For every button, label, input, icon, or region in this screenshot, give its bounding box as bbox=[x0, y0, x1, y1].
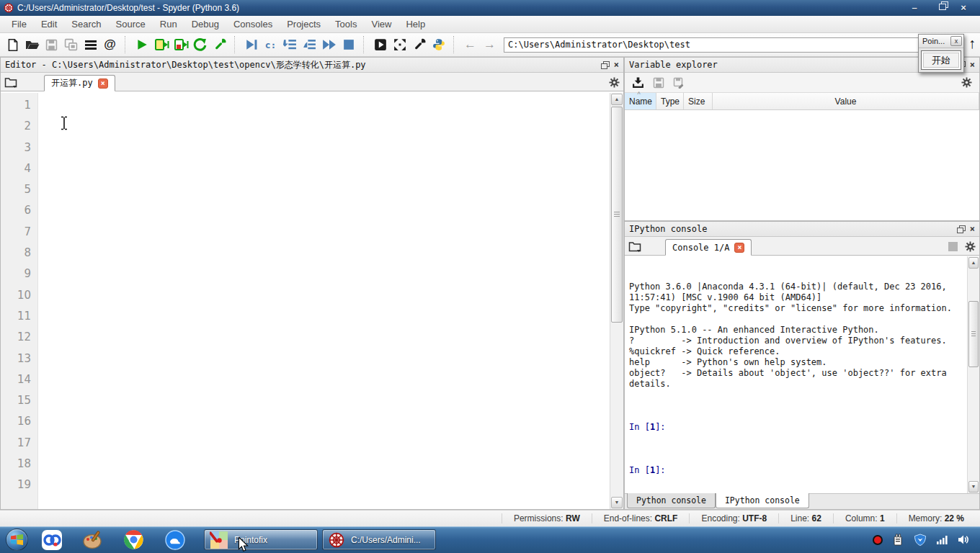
pinned-app-browser-q[interactable] bbox=[163, 528, 187, 552]
fullscreen-icon bbox=[393, 38, 406, 51]
browse-tabs-button[interactable] bbox=[1, 73, 21, 91]
menu-item[interactable]: View bbox=[364, 17, 398, 32]
undock-pane-icon[interactable] bbox=[601, 61, 609, 68]
column-header-size[interactable]: Size bbox=[684, 93, 713, 109]
column-header-type[interactable]: Type bbox=[656, 93, 684, 109]
menu-item[interactable]: Run bbox=[153, 17, 184, 32]
file-switcher-button[interactable] bbox=[81, 35, 100, 55]
tab-close-icon[interactable]: × bbox=[98, 78, 108, 89]
options-gear-icon[interactable] bbox=[961, 77, 972, 88]
menu-item[interactable]: Source bbox=[109, 17, 153, 32]
editor-vertical-scrollbar[interactable]: ▲ ▼ bbox=[610, 93, 623, 509]
title-bar[interactable]: C:/Users/Administrator/Desktop/test - Sp… bbox=[0, 0, 980, 16]
run-configuration-button[interactable] bbox=[210, 35, 229, 55]
variable-table-body[interactable] bbox=[625, 130, 979, 220]
menu-item[interactable]: Consoles bbox=[226, 17, 280, 32]
tab-python-console[interactable]: Python console bbox=[627, 493, 716, 508]
symbol-finder-button[interactable]: @ bbox=[100, 35, 120, 55]
run-cell-button[interactable] bbox=[151, 35, 171, 55]
editor-code-area[interactable] bbox=[38, 93, 610, 509]
menu-item[interactable]: Debug bbox=[184, 17, 226, 32]
minimize-button[interactable]: – bbox=[907, 1, 922, 14]
menu-item[interactable]: Help bbox=[398, 17, 432, 32]
tab-ipython-console[interactable]: IPython console bbox=[716, 493, 809, 508]
menu-item[interactable]: Projects bbox=[280, 17, 328, 32]
save-file-button[interactable] bbox=[42, 35, 61, 55]
close-pane-icon[interactable]: × bbox=[970, 225, 975, 233]
import-data-icon[interactable] bbox=[632, 77, 644, 89]
save-data-as-icon[interactable] bbox=[673, 77, 685, 89]
pinned-app-netdisk[interactable] bbox=[40, 528, 63, 552]
menu-item[interactable]: Tools bbox=[328, 17, 364, 32]
menu-item[interactable]: Edit bbox=[34, 17, 64, 32]
browse-tabs-button[interactable] bbox=[625, 238, 645, 255]
menu-item[interactable]: Search bbox=[64, 17, 108, 32]
menu-bar: FileEditSearchSourceRunDebugConsolesProj… bbox=[0, 16, 980, 33]
working-directory-input[interactable]: C:\Users\Administrator\Desktop\test bbox=[504, 37, 951, 53]
new-file-button[interactable] bbox=[3, 35, 22, 55]
debug-file-button[interactable] bbox=[241, 35, 261, 55]
debug-run-line-button[interactable]: c: bbox=[261, 35, 280, 55]
restore-button[interactable] bbox=[932, 1, 946, 14]
debug-stop-button[interactable] bbox=[339, 35, 358, 55]
pointofix-title-bar[interactable]: Poin... x bbox=[919, 35, 963, 48]
taskbar-button-pointofix[interactable]: Pointofix bbox=[204, 529, 318, 550]
close-pane-icon[interactable]: × bbox=[970, 61, 975, 68]
console-vertical-scrollbar[interactable]: ▲ ▼ bbox=[967, 256, 979, 493]
pointofix-mini-window[interactable]: Poin... x 开始 bbox=[918, 34, 964, 73]
maximize-pane-button[interactable] bbox=[370, 35, 390, 55]
run-file-button[interactable] bbox=[132, 35, 151, 55]
fullscreen-button[interactable] bbox=[390, 35, 409, 55]
console-options-gear-icon[interactable] bbox=[965, 241, 976, 252]
network-signal-icon[interactable] bbox=[936, 535, 948, 545]
debug-step-into-button[interactable] bbox=[280, 35, 300, 55]
speaker-volume-icon[interactable] bbox=[958, 534, 970, 545]
interrupt-kernel-icon[interactable] bbox=[948, 242, 958, 251]
debug-step-return-button[interactable] bbox=[300, 35, 319, 55]
back-button[interactable]: ← bbox=[460, 35, 480, 55]
console-tab[interactable]: Console 1/A × bbox=[665, 239, 752, 256]
close-pane-icon[interactable]: × bbox=[614, 61, 619, 68]
open-file-button[interactable] bbox=[22, 35, 42, 55]
python-env-button[interactable] bbox=[429, 35, 448, 55]
editor-body[interactable]: 12345678910111213141516171819 ▲ ▼ bbox=[1, 93, 623, 509]
parent-directory-button[interactable]: ↑ bbox=[968, 35, 976, 52]
taskbar-button-spyder[interactable]: C:/Users/Admini... bbox=[322, 529, 436, 550]
editor-options-gear-icon[interactable] bbox=[609, 77, 620, 88]
scroll-up-button[interactable]: ▲ bbox=[968, 257, 979, 269]
debug-continue-button[interactable] bbox=[319, 35, 339, 55]
column-header-name[interactable]: ^ Name bbox=[625, 93, 656, 109]
recording-indicator-icon[interactable] bbox=[872, 534, 883, 546]
editor-file-tab[interactable]: 开运算.py × bbox=[44, 75, 115, 91]
sort-caret-icon: ^ bbox=[638, 91, 641, 98]
start-button[interactable] bbox=[6, 529, 28, 551]
save-all-button[interactable] bbox=[61, 35, 81, 55]
console-pane-header: IPython console × bbox=[625, 222, 979, 237]
pinned-app-chrome[interactable] bbox=[122, 528, 146, 552]
undock-pane-icon[interactable] bbox=[957, 225, 965, 233]
pointofix-start-button[interactable]: 开始 bbox=[921, 50, 961, 70]
forward-button[interactable]: → bbox=[480, 35, 499, 55]
scroll-down-button[interactable]: ▼ bbox=[968, 481, 979, 493]
run-cell-advance-button[interactable] bbox=[171, 35, 190, 55]
scroll-up-button[interactable]: ▲ bbox=[611, 94, 623, 105]
tab-close-icon[interactable]: × bbox=[734, 243, 744, 253]
editor-pane-header: Editor - C:\Users\Administrator\Desktop\… bbox=[1, 58, 623, 73]
tools-button[interactable] bbox=[409, 35, 429, 55]
pointofix-close-button[interactable]: x bbox=[950, 36, 962, 46]
power-plug-icon[interactable] bbox=[893, 534, 904, 546]
menu-item[interactable]: File bbox=[4, 17, 34, 32]
scrollbar-thumb[interactable] bbox=[611, 107, 623, 323]
close-button[interactable]: × bbox=[956, 1, 971, 14]
save-data-icon[interactable] bbox=[653, 77, 664, 89]
stop-icon bbox=[343, 39, 355, 50]
column-header-value[interactable]: Value bbox=[713, 93, 979, 109]
security-shield-icon[interactable] bbox=[914, 534, 927, 546]
console-output-area[interactable]: Python 3.6.0 |Anaconda 4.3.1 (64-bit)| (… bbox=[625, 256, 979, 493]
scroll-down-button[interactable]: ▼ bbox=[611, 497, 623, 508]
rerun-cell-button[interactable] bbox=[190, 35, 210, 55]
status-label: Permissions: bbox=[514, 513, 564, 523]
status-value: UTF-8 bbox=[742, 513, 767, 523]
scrollbar-thumb[interactable] bbox=[968, 301, 979, 367]
pinned-app-paint[interactable] bbox=[81, 528, 104, 552]
